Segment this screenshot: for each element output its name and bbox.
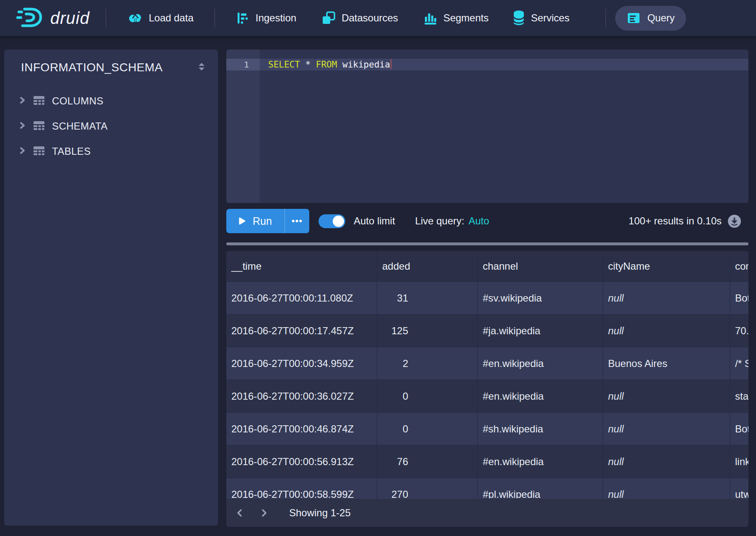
table-row: 2016-06-27T00:00:36.027Z0#en.wikipedianu… [226,380,748,413]
results-body: 2016-06-27T00:00:11.080Z31#sv.wikipedian… [226,282,748,498]
schema-title: INFORMATION_SCHEMA [21,61,163,74]
cell-comment[interactable]: Bot [730,282,748,314]
cell-added[interactable]: 270 [377,478,478,498]
chevron-right-icon[interactable] [18,121,26,131]
tree-item-label: TABLES [52,146,91,157]
druid-logo-text: druid [50,9,90,28]
nav-item-label: Segments [443,12,489,24]
cell-comment[interactable]: sta [730,380,748,412]
cell-comment[interactable]: utw [730,478,748,498]
results-header-row: __time added channel cityName comment [226,251,748,282]
cell-cityName[interactable]: null [603,478,730,498]
auto-limit-toggle[interactable] [318,214,345,228]
cell-channel[interactable]: #en.wikipedia [478,347,603,380]
cell-added[interactable]: 76 [377,445,478,478]
column-header-cityname[interactable]: cityName [603,251,730,282]
column-header-comment[interactable]: comment [730,251,748,282]
cell-comment[interactable]: /* S [730,347,748,380]
services-icon [513,10,525,26]
previous-page-button[interactable] [232,504,247,522]
cell-added[interactable]: 0 [377,380,478,412]
cell-cityName[interactable]: null [603,282,730,314]
query-icon [627,11,641,25]
text-cursor [391,59,391,69]
table-icon [32,94,46,109]
live-query-value[interactable]: Auto [469,215,489,227]
cell-time[interactable]: 2016-06-27T00:00:46.874Z [226,413,377,445]
cell-channel[interactable]: #en.wikipedia [478,380,603,412]
results-pagination: Showing 1-25 [226,498,748,527]
tree-item-tables[interactable]: TABLES [4,139,218,164]
sql-text: * [300,60,316,70]
nav-item-load-data[interactable]: Load data [128,10,194,26]
showing-range-label: Showing 1-25 [289,507,351,519]
cell-time[interactable]: 2016-06-27T00:00:56.913Z [226,445,377,478]
nav-item-query[interactable]: Query [615,6,686,31]
column-header-added[interactable]: added [377,251,478,282]
cell-channel[interactable]: #ja.wikipedia [478,315,603,347]
nav-item-label: Services [531,12,570,24]
table-row: 2016-06-27T00:00:11.080Z31#sv.wikipedian… [226,282,748,315]
column-header-time[interactable]: __time [226,251,377,282]
table-row: 2016-06-27T00:00:46.874Z0#sh.wikipedianu… [226,413,748,445]
cell-channel[interactable]: #en.wikipedia [478,445,603,478]
chevron-right-icon[interactable] [18,146,26,156]
cell-cityName[interactable]: null [603,380,730,412]
download-results-button[interactable] [728,214,741,228]
druid-logo[interactable]: druid [16,5,90,31]
results-horizontal-scrollbar[interactable] [226,242,748,245]
run-more-button[interactable]: ••• [285,209,309,233]
cell-channel[interactable]: #sv.wikipedia [478,282,603,314]
run-button-label: Run [253,215,272,227]
cell-comment[interactable]: link [730,445,748,478]
table-row: 2016-06-27T00:00:56.913Z76#en.wikipedian… [226,445,748,478]
nav-item-segments[interactable]: Segments [423,11,489,25]
nav-item-label: Datasources [342,12,398,24]
live-query-label: Live query: [415,215,464,227]
cell-cityName[interactable]: null [603,445,730,478]
cell-time[interactable]: 2016-06-27T00:00:11.080Z [226,282,377,314]
cell-time[interactable]: 2016-06-27T00:00:34.959Z [226,347,377,380]
table-icon [32,119,46,134]
cell-channel[interactable]: #pl.wikipedia [478,478,603,498]
table-icon [32,144,46,159]
cell-comment[interactable]: 70. [730,315,748,347]
cell-comment[interactable]: Bot [730,413,748,445]
results-summary: 100+ results in 0.10s [629,215,722,227]
cell-cityName[interactable]: null [603,413,730,445]
sql-keyword: SELECT [268,60,300,70]
toggle-knob [333,216,344,227]
cell-added[interactable]: 0 [377,413,478,445]
schema-sidebar: INFORMATION_SCHEMA COLUMNS [4,49,218,526]
sql-editor[interactable]: 1 SELECT * FROM wikipedia [226,49,748,203]
cell-channel[interactable]: #sh.wikipedia [478,413,603,445]
cell-added[interactable]: 31 [377,282,478,314]
next-page-button[interactable] [256,504,272,522]
cell-time[interactable]: 2016-06-27T00:00:17.457Z [226,315,377,347]
column-header-channel[interactable]: channel [478,251,603,282]
chevron-right-icon[interactable] [18,96,26,106]
nav-item-label: Query [647,12,675,24]
run-button[interactable]: Run [226,209,285,233]
cell-cityName[interactable]: Buenos Aires [603,347,730,380]
query-toolbar: Run ••• Auto limit Live query: Auto 100+… [226,209,748,233]
editor-code-area[interactable]: SELECT * FROM wikipedia [260,49,748,203]
cell-added[interactable]: 125 [377,315,478,347]
nav-item-ingestion[interactable]: Ingestion [236,11,296,25]
table-row: 2016-06-27T00:00:34.959Z2#en.wikipediaBu… [226,347,748,380]
cell-time[interactable]: 2016-06-27T00:00:58.599Z [226,478,377,498]
cell-added[interactable]: 2 [377,347,478,380]
nav-item-services[interactable]: Services [513,10,570,26]
schema-selector[interactable]: INFORMATION_SCHEMA [4,49,218,74]
sql-line-1[interactable]: SELECT * FROM wikipedia [260,59,748,70]
cell-cityName[interactable]: null [603,315,730,347]
nav-item-datasources[interactable]: Datasources [321,11,398,25]
double-caret-icon[interactable] [198,62,205,73]
tree-item-columns[interactable]: COLUMNS [4,88,218,114]
cell-time[interactable]: 2016-06-27T00:00:36.027Z [226,380,377,412]
results-panel: __time added channel cityName comment 20… [226,251,748,527]
table-row: 2016-06-27T00:00:17.457Z125#ja.wikipedia… [226,315,748,347]
tree-item-label: SCHEMATA [52,120,108,132]
play-icon [239,215,246,227]
tree-item-schemata[interactable]: SCHEMATA [4,114,218,139]
